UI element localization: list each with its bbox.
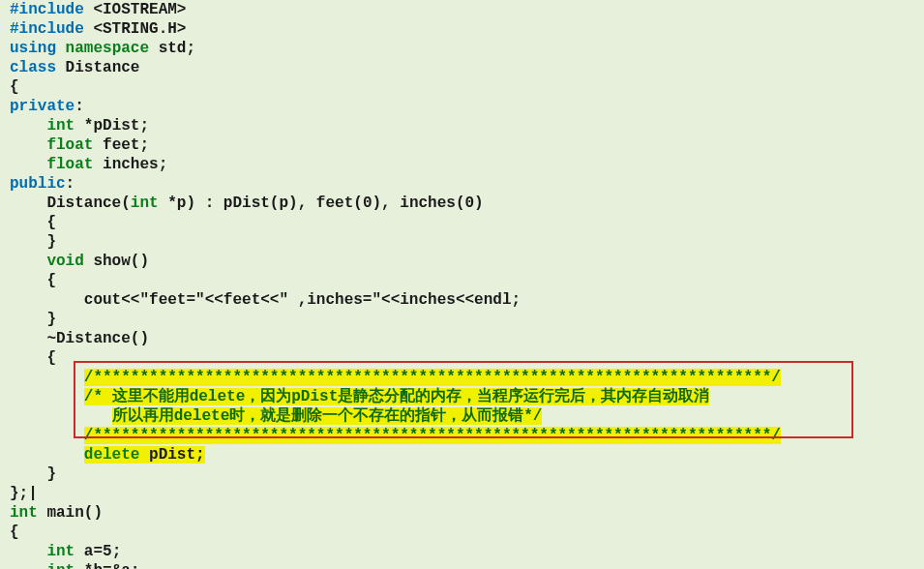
- keyword: using: [10, 40, 56, 57]
- line: class Distance: [10, 59, 139, 76]
- line: {: [10, 78, 19, 96]
- keyword: #include: [10, 20, 84, 38]
- line: };|: [10, 485, 38, 502]
- text: inches;: [93, 156, 167, 173]
- keyword: private: [10, 98, 75, 115]
- keyword: public: [10, 175, 66, 193]
- line: public:: [10, 175, 75, 193]
- text: pDist;: [139, 446, 204, 464]
- line: ~Distance(): [10, 330, 149, 347]
- comment: 是静态分配的内存，当程序运行完后，其内存自动取消: [338, 388, 709, 405]
- line: private:: [10, 98, 84, 115]
- line: using namespace std;: [10, 40, 195, 57]
- text: *b=&a;: [75, 562, 139, 569]
- indent: [10, 156, 46, 173]
- text: a=5;: [75, 543, 121, 560]
- line: }: [10, 233, 56, 251]
- text: Distance(: [10, 195, 131, 212]
- line: int a=5;: [10, 543, 121, 560]
- line: /***************************************…: [10, 427, 781, 444]
- line: float feet;: [10, 136, 149, 154]
- indent: [10, 117, 46, 135]
- keyword: float: [46, 156, 93, 173]
- line: /***************************************…: [10, 369, 781, 386]
- keyword: #include: [10, 1, 84, 18]
- text: *p) : pDist(p), feet(0), inches(0): [159, 195, 484, 212]
- keyword: int: [46, 117, 75, 135]
- keyword: void: [46, 253, 83, 270]
- line: #include <IOSTREAM>: [10, 1, 186, 18]
- keyword: int: [10, 504, 38, 522]
- comment-keyword: delete: [174, 407, 230, 425]
- text: *pDist;: [75, 117, 149, 135]
- line: /* 这里不能用delete，因为pDist是静态分配的内存，当程序运行完后，其…: [10, 388, 709, 405]
- comment-keyword: delete: [190, 388, 246, 405]
- comment-ident: pDist: [291, 388, 338, 405]
- line: {: [10, 524, 19, 541]
- line: float inches;: [10, 156, 167, 173]
- keyword: int: [46, 543, 75, 560]
- text: :: [66, 175, 75, 193]
- comment: /* 这里不能用: [84, 388, 190, 405]
- indent: [10, 369, 84, 386]
- text: :: [75, 98, 84, 115]
- indent: [10, 427, 84, 444]
- keyword: int: [46, 562, 75, 569]
- line: }: [10, 465, 56, 483]
- line: void show(): [10, 253, 149, 270]
- keyword: delete: [84, 446, 140, 464]
- indent: [10, 388, 84, 405]
- indent: [10, 253, 46, 270]
- line: int *pDist;: [10, 117, 149, 135]
- indent: [10, 543, 46, 560]
- text: <IOSTREAM>: [84, 1, 187, 18]
- text: main(): [38, 504, 103, 522]
- line: int main(): [10, 504, 103, 522]
- line: }: [10, 311, 56, 328]
- line: {: [10, 349, 56, 367]
- line: Distance(int *p) : pDist(p), feet(0), in…: [10, 195, 484, 212]
- comment: 时，就是删除一个不存在的指针，从而报错*/: [229, 407, 542, 425]
- line: cout<<"feet="<<feet<<" ,inches="<<inches…: [10, 291, 521, 309]
- keyword: namespace: [56, 40, 149, 57]
- code-block: #include <IOSTREAM> #include <STRING.H> …: [0, 0, 924, 569]
- line: #include <STRING.H>: [10, 20, 186, 38]
- text: show(): [84, 253, 149, 270]
- indent: [10, 562, 46, 569]
- text: std;: [149, 40, 195, 57]
- text: feet;: [93, 136, 149, 154]
- indent: [10, 136, 46, 154]
- comment: /***************************************…: [84, 369, 781, 386]
- keyword: int: [131, 195, 159, 212]
- comment: 所以再用: [112, 407, 174, 425]
- line: {: [10, 272, 56, 289]
- comment: ，因为: [245, 388, 291, 405]
- keyword: float: [46, 136, 93, 154]
- indent: [10, 446, 84, 464]
- line: int *b=&a;: [10, 562, 139, 569]
- text: Distance: [56, 59, 139, 76]
- keyword: class: [10, 59, 56, 76]
- text: <STRING.H>: [84, 20, 187, 38]
- line: delete pDist;: [10, 446, 205, 464]
- line: {: [10, 214, 56, 231]
- indent: [10, 407, 112, 425]
- comment: /***************************************…: [84, 427, 781, 444]
- line: 所以再用delete时，就是删除一个不存在的指针，从而报错*/: [10, 407, 542, 425]
